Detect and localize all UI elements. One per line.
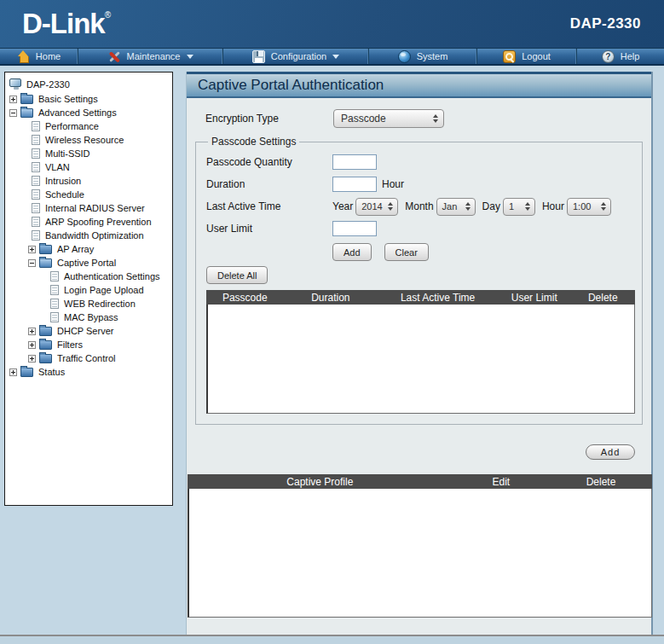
sidebar-item-multi-ssid[interactable]: Multi-SSID [8, 147, 170, 160]
document-icon [32, 230, 40, 241]
month-label: Month [405, 200, 433, 212]
sidebar-tree: DAP-2330 Basic Settings Advanced Setting… [4, 72, 173, 506]
sidebar-item-login-page-upload[interactable]: Login Page Upload [8, 283, 170, 297]
spinner-arrows-icon[interactable] [387, 202, 394, 211]
encryption-type-select[interactable]: Passcode [333, 109, 444, 128]
device-icon [9, 78, 21, 87]
year-select[interactable]: 2014 [355, 198, 398, 216]
day-select[interactable]: 1 [503, 198, 535, 216]
user-limit-label: User Limit [206, 223, 332, 235]
chevron-down-icon [332, 55, 339, 59]
document-icon [50, 271, 59, 281]
document-icon [32, 203, 40, 213]
page-title: Captive Portal Authentication [187, 72, 651, 98]
nav-home[interactable]: Home [0, 49, 78, 64]
clear-button[interactable]: Clear [384, 243, 429, 261]
sidebar-item-traffic-control[interactable]: Traffic Control [8, 351, 170, 365]
sidebar-item-basic-settings[interactable]: Basic Settings [8, 92, 170, 106]
document-icon [32, 176, 40, 186]
collapse-minus-icon[interactable] [9, 109, 17, 117]
sidebar-item-dap-2330[interactable]: DAP-2330 [8, 77, 170, 92]
expand-plus-icon[interactable] [9, 96, 17, 103]
nav-help[interactable]: Help [577, 49, 664, 64]
open-folder-icon [20, 108, 33, 118]
device-model: DAP-2330 [570, 15, 641, 32]
expand-plus-icon[interactable] [28, 341, 36, 349]
hour-select[interactable]: 1:00 [567, 198, 611, 216]
folder-icon [39, 340, 52, 350]
sidebar-item-vlan[interactable]: VLAN [8, 160, 170, 174]
sidebar-item-arp-spoofing-prevention[interactable]: ARP Spoofing Prevention [8, 215, 170, 229]
document-icon [32, 162, 40, 172]
passcode-quantity-input[interactable] [332, 154, 377, 170]
hour-label: Hour [542, 200, 564, 212]
folder-icon [39, 354, 52, 363]
sidebar-item-intrusion[interactable]: Intrusion [8, 174, 170, 188]
open-folder-icon [39, 258, 52, 268]
sidebar-item-performance[interactable]: Performance [8, 119, 170, 133]
document-icon [50, 312, 59, 322]
delete-all-button[interactable]: Delete All [206, 266, 268, 284]
user-limit-input[interactable] [332, 221, 377, 236]
nav-logout[interactable]: Logout [477, 49, 577, 64]
add-button[interactable]: Add [332, 243, 372, 261]
page: D-Link® DAP-2330 Home Maintenance Config… [0, 0, 664, 644]
nav-maintenance[interactable]: Maintenance [78, 49, 223, 64]
sidebar-item-dhcp-server[interactable]: DHCP Server [8, 324, 170, 338]
spinner-arrows-icon[interactable] [465, 202, 471, 211]
expand-plus-icon[interactable] [9, 368, 17, 376]
profile-table: Captive Profile Edit Delete [188, 474, 652, 618]
page-footer [0, 635, 664, 644]
folder-icon [39, 245, 52, 254]
folder-icon [20, 368, 33, 377]
document-icon [50, 285, 59, 295]
sidebar-item-captive-portal[interactable]: Captive Portal [8, 256, 170, 270]
tools-icon [108, 50, 121, 63]
spinner-arrows-icon[interactable] [524, 202, 531, 211]
expand-plus-icon[interactable] [28, 355, 36, 363]
sidebar-item-web-redirection[interactable]: WEB Redirection [8, 297, 170, 310]
sidebar-item-ap-array[interactable]: AP Array [8, 242, 170, 256]
passcode-table: Passcode Duration Last Active Time User … [206, 290, 635, 414]
nav-system[interactable]: System [369, 49, 477, 64]
main-navbar: Home Maintenance Configuration System Lo… [0, 49, 664, 66]
expand-plus-icon[interactable] [28, 328, 36, 335]
main-panel: Captive Portal Authentication Encryption… [186, 72, 653, 635]
passcode-settings-legend: Passcode Settings [208, 136, 299, 148]
document-icon [32, 217, 40, 227]
sidebar-item-schedule[interactable]: Schedule [8, 188, 170, 201]
document-icon [32, 121, 40, 131]
profile-table-body [188, 489, 652, 618]
home-icon [17, 50, 30, 63]
profile-table-header: Captive Profile Edit Delete [188, 474, 652, 489]
folder-icon [39, 327, 52, 336]
passcode-settings-fieldset: Passcode Settings Passcode Quantity Dura… [195, 136, 643, 425]
passcode-quantity-label: Passcode Quantity [206, 156, 332, 168]
day-label: Day [482, 200, 500, 212]
globe-icon [398, 50, 411, 63]
sidebar-item-bandwidth-optimization[interactable]: Bandwidth Optimization [8, 229, 170, 242]
month-select[interactable]: Jan [436, 198, 476, 216]
sidebar-item-wireless-resource[interactable]: Wireless Resource [8, 133, 170, 147]
nav-configuration[interactable]: Configuration [223, 49, 369, 64]
help-icon [602, 50, 615, 63]
key-icon [503, 50, 516, 63]
passcode-table-body [206, 305, 635, 414]
last-active-time-label: Last Active Time [206, 200, 332, 212]
spinner-arrows-icon[interactable] [432, 114, 439, 123]
folder-icon [20, 95, 33, 104]
sidebar-item-mac-bypass[interactable]: MAC Bypass [8, 310, 170, 324]
sidebar-item-filters[interactable]: Filters [8, 338, 170, 351]
sidebar-item-internal-radius-server[interactable]: Internal RADIUS Server [8, 201, 170, 215]
expand-plus-icon[interactable] [28, 246, 36, 253]
document-icon [32, 148, 40, 159]
duration-input[interactable] [332, 177, 377, 192]
sidebar-item-status[interactable]: Status [8, 365, 170, 379]
sidebar-item-advanced-settings[interactable]: Advanced Settings [8, 106, 170, 119]
collapse-minus-icon[interactable] [28, 259, 36, 267]
document-icon [32, 135, 40, 145]
sidebar-item-authentication-settings[interactable]: Authentication Settings [8, 270, 170, 283]
spinner-arrows-icon[interactable] [600, 202, 607, 211]
year-label: Year [332, 200, 353, 212]
add-profile-button[interactable]: Add [586, 444, 635, 460]
